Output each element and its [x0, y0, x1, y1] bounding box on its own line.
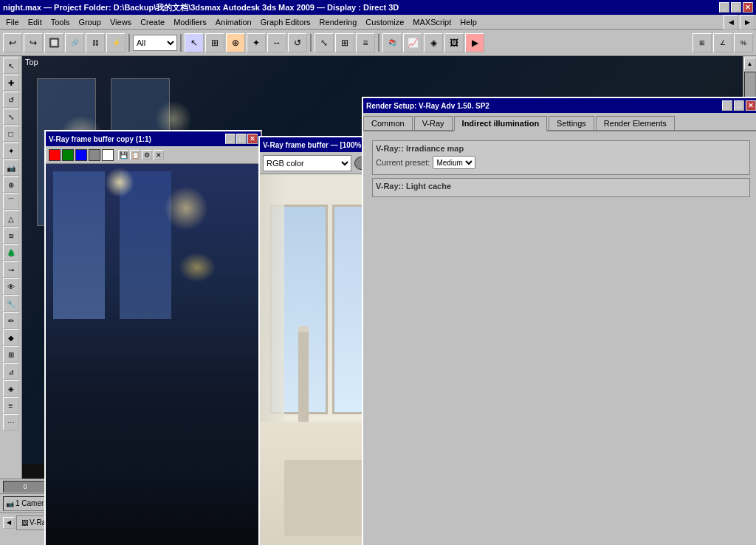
left-btn-utilities[interactable]: 🔧 — [3, 295, 19, 312]
toolbar-far-btn2[interactable]: ▶ — [740, 15, 755, 30]
color-green[interactable] — [62, 149, 74, 161]
vfb-copy-copy-btn[interactable]: 📋 — [130, 150, 140, 160]
menu-views[interactable]: Views — [106, 16, 136, 28]
vfb-copy-maximize[interactable]: □ — [236, 134, 247, 144]
filter-dropdown[interactable]: All — [133, 35, 177, 51]
rs-preset-label: Current preset: — [376, 158, 430, 167]
menu-bar: File Edit Tools Group Views Create Modif… — [0, 15, 756, 30]
menu-edit[interactable]: Edit — [24, 16, 47, 28]
angle-snap-btn[interactable]: ∠ — [713, 33, 732, 52]
scale-btn[interactable]: ⤡ — [315, 33, 334, 52]
app-window: night.max — Project Folder: D:\Backup\我的… — [0, 0, 756, 545]
left-btn-shapes[interactable]: △ — [3, 210, 19, 227]
rs-tab-vray[interactable]: V-Ray — [414, 116, 453, 130]
mirror-btn[interactable]: ⊞ — [335, 33, 354, 52]
menu-tools[interactable]: Tools — [47, 16, 75, 28]
left-btn-lights[interactable]: ✦ — [3, 143, 19, 159]
minimize-button[interactable]: _ — [719, 2, 729, 13]
percent-snap-btn[interactable]: % — [734, 33, 753, 52]
undo-button[interactable]: ↩ — [3, 33, 22, 52]
rs-lc-title: V-Ray:: Light cache — [376, 182, 746, 191]
close-button[interactable]: ✕ — [743, 2, 753, 13]
color-mode-dropdown[interactable]: RGB color — [263, 155, 351, 171]
rs-tab-common[interactable]: Common — [363, 116, 413, 130]
menu-rendering[interactable]: Rendering — [315, 16, 362, 28]
rs-tab-indirect[interactable]: Indirect illumination — [454, 116, 548, 131]
left-btn-rotate[interactable]: ↺ — [3, 92, 19, 108]
left-btn-create[interactable]: □ — [3, 126, 19, 142]
menu-customize[interactable]: Customize — [361, 16, 408, 28]
select-btn[interactable]: ↖ — [185, 33, 204, 52]
rs-tab-render-elements[interactable]: Render Elements — [596, 116, 675, 130]
vfb-copy-toolbar: 💾 📋 ⚙ ✕ — [46, 146, 261, 164]
render-btn[interactable]: 🖼 — [444, 33, 464, 52]
left-btn-motion[interactable]: ⊸ — [3, 261, 19, 278]
left-btn-scale[interactable]: ⤡ — [3, 109, 19, 125]
left-btn-helpers[interactable]: ⊕ — [3, 176, 19, 193]
select-object-btn[interactable]: 🔲 — [44, 33, 63, 52]
color-gray[interactable] — [89, 149, 100, 161]
dark-lamp-1 — [105, 168, 134, 197]
left-btn-extra4[interactable]: ◈ — [3, 380, 19, 397]
left-btn-modifier[interactable]: ≋ — [3, 227, 19, 244]
rs-tab-settings[interactable]: Settings — [549, 116, 594, 130]
unlink-btn[interactable]: ⛓ — [86, 33, 105, 52]
menu-group[interactable]: Group — [74, 16, 106, 28]
vfb-copy-close-btn[interactable]: ✕ — [154, 150, 164, 160]
left-btn-paint[interactable]: ✏ — [3, 312, 19, 329]
layer-btn[interactable]: 📚 — [382, 33, 402, 52]
tab-move-left[interactable]: ◀ — [3, 517, 15, 529]
left-btn-select[interactable]: ↖ — [3, 58, 19, 74]
menu-help[interactable]: Help — [456, 16, 481, 28]
right-scroll-up[interactable]: ▲ — [744, 58, 756, 69]
viewport-label: Top — [25, 58, 38, 66]
select-crosshair-btn[interactable]: ⊕ — [226, 33, 245, 52]
vfb-copy-settings-btn[interactable]: ⚙ — [142, 150, 152, 160]
material-btn[interactable]: ◈ — [424, 33, 443, 52]
rs-close[interactable]: ✕ — [746, 100, 756, 111]
left-btn-splines[interactable]: ⌒ — [3, 193, 19, 210]
render-setup-title: Render Setup: V-Ray Adv 1.50. SP2 — [366, 102, 489, 110]
menu-file[interactable]: File — [1, 16, 24, 28]
color-blue[interactable] — [75, 149, 87, 161]
menu-maxscript[interactable]: MAXScript — [408, 16, 456, 28]
redo-button[interactable]: ↪ — [24, 33, 43, 52]
rs-maximize[interactable]: □ — [734, 100, 744, 111]
render-curtain-left — [260, 174, 284, 441]
vfb-copy-close[interactable]: ✕ — [247, 134, 258, 144]
rotate-btn[interactable]: ↺ — [288, 33, 307, 52]
left-btn-extra6[interactable]: ⋯ — [3, 414, 19, 431]
curves-btn[interactable]: 📈 — [403, 33, 422, 52]
menu-animation[interactable]: Animation — [211, 16, 256, 28]
snap-btn[interactable]: ⊞ — [693, 33, 712, 52]
left-btn-extra3[interactable]: ⊿ — [3, 363, 19, 380]
menu-graph-editors[interactable]: Graph Editors — [256, 16, 315, 28]
menu-modifiers[interactable]: Modifiers — [169, 16, 211, 28]
select-region-btn[interactable]: ⊞ — [205, 33, 224, 52]
color-white[interactable] — [102, 149, 114, 161]
rs-preset-select[interactable]: Medium — [433, 156, 475, 169]
link-btn[interactable]: 🔗 — [65, 33, 84, 52]
align-btn[interactable]: ≡ — [356, 33, 375, 52]
quick-render-btn[interactable]: ▶ — [465, 33, 484, 52]
left-btn-extra1[interactable]: ◆ — [3, 329, 19, 346]
left-btn-extra2[interactable]: ⊞ — [3, 346, 19, 363]
move-btn[interactable]: ↔ — [267, 33, 286, 52]
left-btn-display[interactable]: 👁 — [3, 278, 19, 295]
left-btn-move[interactable]: ✚ — [3, 75, 19, 91]
color-red[interactable] — [49, 149, 61, 161]
left-btn-hierarchy[interactable]: 🌲 — [3, 244, 19, 261]
menu-create[interactable]: Create — [136, 16, 169, 28]
vfb-copy-minimize[interactable]: _ — [225, 134, 236, 144]
rs-minimize[interactable]: _ — [722, 100, 732, 111]
left-btn-extra5[interactable]: ≡ — [3, 397, 19, 414]
maximize-button[interactable]: □ — [731, 2, 741, 13]
bind-btn[interactable]: ⚡ — [106, 33, 126, 52]
dark-lamp-2 — [164, 186, 208, 230]
vfb-copy-save-btn[interactable]: 💾 — [118, 150, 128, 160]
render-setup-titlebar: Render Setup: V-Ray Adv 1.50. SP2 _ □ ✕ — [363, 98, 756, 113]
left-btn-cameras[interactable]: 📷 — [3, 160, 19, 176]
select-lasso-btn[interactable]: ✦ — [247, 33, 266, 52]
toolbar-far-btn[interactable]: ◀ — [724, 15, 738, 30]
viewport-container: Top V-Ray frame buffer copy (1:1) — [22, 56, 743, 479]
